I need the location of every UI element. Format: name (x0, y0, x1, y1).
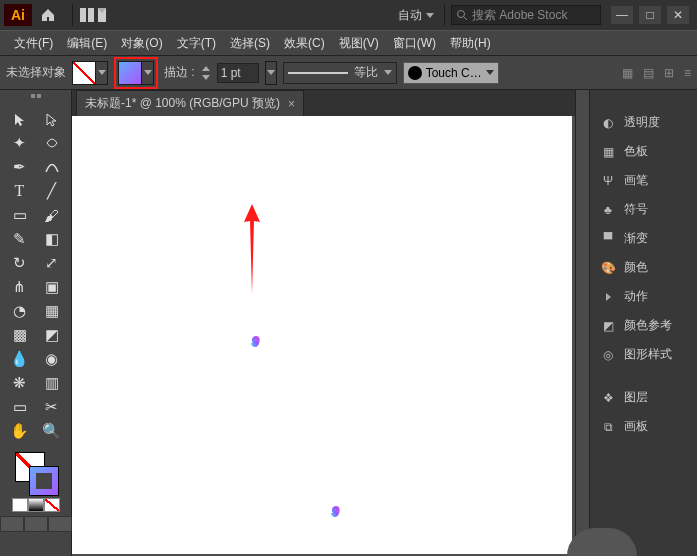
selection-tool[interactable] (4, 108, 36, 130)
color-icon: 🎨 (600, 260, 616, 276)
stroke-weight-input[interactable] (217, 63, 259, 83)
workspace-switcher[interactable]: 自动 (394, 5, 438, 26)
minimize-button[interactable]: — (611, 6, 633, 24)
gradient-icon: ▀ (600, 231, 616, 247)
rotate-tool[interactable]: ↻ (4, 252, 36, 274)
panel-transparency[interactable]: ◐透明度 (590, 108, 697, 137)
stroke-indicator[interactable] (29, 466, 59, 496)
lasso-tool[interactable] (36, 132, 68, 154)
paintbrush-tool[interactable]: 🖌 (36, 204, 68, 226)
hand-tool[interactable]: ✋ (4, 420, 36, 442)
vertical-scrollbar[interactable] (575, 90, 589, 556)
shaper-tool[interactable]: ✎ (4, 228, 36, 250)
panel-colorguide[interactable]: ◩颜色参考 (590, 311, 697, 340)
fill-stroke-control[interactable] (11, 450, 61, 494)
width-tool[interactable]: ⋔ (4, 276, 36, 298)
curvature-tool[interactable] (36, 156, 68, 178)
menu-edit[interactable]: 编辑(E) (61, 32, 113, 55)
brush-definition-combo[interactable]: Touch C… (403, 62, 499, 84)
artwork-nine-2: 9 (322, 386, 452, 556)
panel-graphicstyles[interactable]: ◎图形样式 (590, 340, 697, 369)
panel-color[interactable]: 🎨颜色 (590, 253, 697, 282)
home-icon[interactable] (38, 5, 58, 25)
stroke-profile-icon (288, 72, 348, 74)
menu-view[interactable]: 视图(V) (333, 32, 385, 55)
close-button[interactable]: ✕ (667, 6, 689, 24)
stroke-dropdown[interactable] (142, 61, 154, 85)
line-tool[interactable]: ╱ (36, 180, 68, 202)
gradient-tool[interactable]: ◩ (36, 324, 68, 346)
profile-preview[interactable]: 等比 (283, 62, 397, 84)
type-tool[interactable]: T (4, 180, 36, 202)
draw-behind[interactable] (24, 516, 48, 532)
draw-inside[interactable] (48, 516, 72, 532)
brushes-icon: Ψ (600, 173, 616, 189)
zoom-tool[interactable]: 🔍 (36, 420, 68, 442)
free-transform-tool[interactable]: ▣ (36, 276, 68, 298)
screen-mode-row (0, 516, 72, 532)
layers-icon: ❖ (600, 390, 616, 406)
menu-file[interactable]: 文件(F) (8, 32, 59, 55)
isolate-icon[interactable]: ⊞ (664, 66, 674, 80)
panel-symbols[interactable]: ♣符号 (590, 195, 697, 224)
panel-actions[interactable]: 动作 (590, 282, 697, 311)
search-input[interactable]: 搜索 Adobe Stock (451, 5, 601, 25)
tab-close-icon[interactable]: × (288, 97, 295, 111)
eraser-tool[interactable]: ◧ (36, 228, 68, 250)
panel-artboards[interactable]: ⧉画板 (590, 412, 697, 441)
maximize-button[interactable]: □ (639, 6, 661, 24)
canvas[interactable]: 9 9 (72, 116, 575, 556)
document-tab[interactable]: 未标题-1* @ 100% (RGB/GPU 预览) × (76, 90, 304, 116)
stroke-weight-dropdown[interactable] (265, 61, 277, 85)
fill-dropdown[interactable] (96, 61, 108, 85)
eyedropper-tool[interactable]: 💧 (4, 348, 36, 370)
stroke-swatch[interactable] (118, 61, 142, 85)
search-placeholder: 搜索 Adobe Stock (472, 7, 567, 24)
direct-selection-tool[interactable] (36, 108, 68, 130)
toolbox-collapse[interactable] (22, 94, 50, 104)
control-bar: 未选择对象 描边 : 等比 Touch C… ▦ ▤ ⊞ ≡ (0, 56, 697, 90)
artboard-tool[interactable]: ▭ (4, 396, 36, 418)
selection-status: 未选择对象 (6, 64, 66, 81)
brush-dot-icon (408, 66, 422, 80)
graph-tool[interactable]: ▥ (36, 372, 68, 394)
scale-label: 等比 (354, 64, 378, 81)
scale-tool[interactable]: ⤢ (36, 252, 68, 274)
panel-layers[interactable]: ❖图层 (590, 383, 697, 412)
pen-tool[interactable]: ✒ (4, 156, 36, 178)
shape-builder-tool[interactable]: ◔ (4, 300, 36, 322)
menu-type[interactable]: 文字(T) (171, 32, 222, 55)
perspective-tool[interactable]: ▦ (36, 300, 68, 322)
menu-select[interactable]: 选择(S) (224, 32, 276, 55)
none-mode[interactable] (44, 498, 60, 512)
symbol-sprayer-tool[interactable]: ❋ (4, 372, 36, 394)
align-icon[interactable]: ▦ (622, 66, 633, 80)
panel-swatches[interactable]: ▦色板 (590, 137, 697, 166)
menu-help[interactable]: 帮助(H) (444, 32, 497, 55)
svg-line-1 (464, 17, 467, 20)
separator (444, 4, 445, 26)
menu-window[interactable]: 窗口(W) (387, 32, 442, 55)
search-icon (456, 9, 468, 21)
panel-gradient[interactable]: ▀渐变 (590, 224, 697, 253)
document-tabs: 未标题-1* @ 100% (RGB/GPU 预览) × (72, 90, 575, 116)
panel-brushes[interactable]: Ψ画笔 (590, 166, 697, 195)
draw-normal[interactable] (0, 516, 24, 532)
gradient-mode[interactable] (28, 498, 44, 512)
mesh-tool[interactable]: ▩ (4, 324, 36, 346)
menu-effect[interactable]: 效果(C) (278, 32, 331, 55)
toolbox: ✦ ✒ T╱ ▭🖌 ✎◧ ↻⤢ ⋔▣ ◔▦ ▩◩ 💧◉ ❋▥ ▭✂ ✋🔍 (0, 90, 72, 556)
magic-wand-tool[interactable]: ✦ (4, 132, 36, 154)
annotation-highlight (114, 57, 158, 89)
stroke-weight-stepper[interactable] (201, 64, 211, 82)
color-mode[interactable] (12, 498, 28, 512)
transform-icon[interactable]: ▤ (643, 66, 654, 80)
menu-object[interactable]: 对象(O) (115, 32, 168, 55)
options-icon[interactable]: ≡ (684, 66, 691, 80)
slice-tool[interactable]: ✂ (36, 396, 68, 418)
color-mode-row (12, 498, 60, 512)
fill-swatch[interactable] (72, 61, 96, 85)
arrange-documents-icon[interactable] (79, 5, 107, 25)
rectangle-tool[interactable]: ▭ (4, 204, 36, 226)
blend-tool[interactable]: ◉ (36, 348, 68, 370)
